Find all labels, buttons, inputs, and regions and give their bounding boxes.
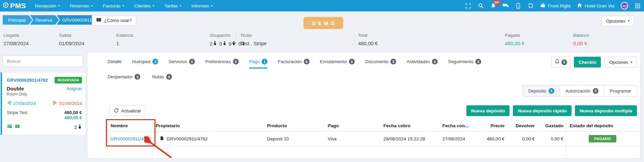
separator <box>354 32 354 46</box>
deposit-spent-cell: 0,00 € <box>537 132 566 146</box>
tab-seguimiento[interactable]: Seguimiento0 <box>448 59 481 69</box>
column-header[interactable]: Pago <box>325 120 381 131</box>
reservation-code-link[interactable]: GRV00002911/4782 <box>7 78 48 83</box>
app-logo-text: PMS <box>10 2 26 10</box>
menu-reservas[interactable]: Reservas▾ <box>70 3 93 8</box>
table-row: GRV00002911/4782 GRV00002911/4782 Deposi… <box>108 132 639 146</box>
app-logo[interactable]: PMS <box>3 2 26 10</box>
column-header[interactable]: Nombre <box>108 120 153 131</box>
new-quick-deposit-button[interactable]: Nueva deposito rápido <box>513 105 572 116</box>
tab-count-badge: 0 <box>135 74 140 80</box>
tab-pago[interactable]: Pago1 <box>249 59 268 69</box>
hotel-selector[interactable]: Hotel Gran Via <box>577 3 614 9</box>
chevron-down-icon: ▾ <box>91 4 93 7</box>
tab-despertador[interactable]: Despertador0 <box>108 74 140 84</box>
credit-card-icon <box>7 124 12 130</box>
assign-room-link[interactable]: Asignar <box>66 86 82 91</box>
reservation-options-button[interactable]: Opciones▾ <box>602 16 634 26</box>
tab-enrutamiento[interactable]: Enrutamiento0 <box>320 59 355 69</box>
junior-icon <box>223 41 227 47</box>
chevron-down-icon: ▾ <box>631 61 632 64</box>
checkout-arrow-icon <box>53 101 57 106</box>
tab-count-badge: 0 <box>166 74 172 80</box>
tab-count-badge: 0 <box>304 59 310 64</box>
notifications-bell-icon[interactable]: 99+ <box>490 3 496 9</box>
chevron-down-icon: ▾ <box>122 4 124 7</box>
notifications-count-badge: 99+ <box>493 0 501 4</box>
apps-grid-icon[interactable] <box>635 3 641 9</box>
reservation-card[interactable]: GRV00002911/4782 RESERVADA Double Asigna… <box>1 72 86 135</box>
new-multiple-deposit-button[interactable]: Nueva deposito multiple <box>575 105 637 116</box>
breadcrumb-reserva[interactable]: Reserva <box>30 15 59 25</box>
how-to-use-button[interactable]: ¿Cómo usar? <box>92 15 136 25</box>
tab-huesped[interactable]: Huésped2 <box>132 59 158 69</box>
summary-estancia: Estancia 1 <box>116 33 133 46</box>
tab-documento[interactable]: Documento0 <box>365 59 396 69</box>
column-header[interactable]: Precio <box>478 120 507 131</box>
tab-count-badge: 0 <box>390 59 396 64</box>
summary-salida: Salida 01/09/2024 <box>59 33 84 46</box>
alerts-count-badge: 0 <box>561 59 567 65</box>
tab-detalle[interactable]: Detalle <box>108 59 122 68</box>
menu-recepcion[interactable]: Recepción▾ <box>35 3 60 8</box>
tab-count-badge: 1 <box>262 59 267 64</box>
column-header[interactable]: Propietario <box>153 120 264 131</box>
cash-icon <box>14 124 20 130</box>
deposit-actions: Nueva depósito Nueva deposito rápido Nue… <box>466 105 637 116</box>
chevron-down-icon: ▾ <box>153 4 154 7</box>
subtab-programar[interactable]: Programar <box>604 85 637 97</box>
top-navbar: PMS Recepción▾ Reservas▾ Facturas▾ Clien… <box>0 0 644 11</box>
pms-app: PMS Recepción▾ Reservas▾ Facturas▾ Clien… <box>0 0 644 162</box>
column-header[interactable]: Producto <box>264 120 325 131</box>
user-avatar[interactable]: AD <box>621 2 628 9</box>
tab-count-badge: 0 <box>349 59 355 64</box>
card-paid: 480,00 € <box>64 115 82 120</box>
refresh-button[interactable]: Actualizar <box>109 105 146 116</box>
home-icon <box>577 3 582 9</box>
panel-actions: 0 Checkin Opciones▾ <box>551 57 637 68</box>
new-deposit-button[interactable]: Nueva depósito <box>466 105 510 116</box>
chat-icon[interactable] <box>503 3 509 9</box>
menu-clientes[interactable]: Clientes▾ <box>134 3 154 8</box>
menu-tarifas[interactable]: Tarifas▾ <box>164 3 181 8</box>
column-header[interactable]: Fecha cobro <box>381 120 440 131</box>
adult-icon <box>213 40 217 47</box>
search-input[interactable] <box>3 55 83 67</box>
menu-facturas[interactable]: Facturas▾ <box>103 3 124 8</box>
column-header[interactable]: Estado del depósito <box>566 120 639 131</box>
fullscreen-icon[interactable] <box>465 3 471 9</box>
workstation-selector[interactable]: Front Right <box>540 3 570 9</box>
search-icon[interactable] <box>478 3 484 9</box>
breadcrumb: Principal Reserva GRV00002911 <box>3 15 98 25</box>
mobile-device-icon[interactable] <box>515 3 521 9</box>
table-empty-row <box>108 146 639 159</box>
history-icon[interactable] <box>528 3 534 9</box>
options-button[interactable]: Opciones▾ <box>604 57 637 68</box>
main-menu: Recepción▾ Reservas▾ Facturas▾ Clientes▾… <box>35 3 213 8</box>
deposit-name-link[interactable]: GRV00002911/4782 <box>110 136 151 141</box>
subtab-autorizacion[interactable]: Autorización0 <box>560 85 604 97</box>
breadcrumb-principal[interactable]: Principal <box>3 15 32 25</box>
workstation-icon <box>540 3 546 9</box>
checkin-button[interactable]: Checkin <box>574 57 601 68</box>
menu-informes[interactable]: Informes▾ <box>192 3 213 8</box>
tab-facturacion[interactable]: Facturación0 <box>278 59 310 69</box>
card-departure: 01/09/2024 <box>53 101 82 106</box>
tab-actividades[interactable]: Actividades0 <box>407 59 438 69</box>
subtab-deposito[interactable]: Depósito1 <box>523 85 560 97</box>
column-header[interactable]: Fecha con... <box>440 120 478 131</box>
book-icon <box>96 18 101 23</box>
column-header[interactable]: Gastado <box>537 120 566 131</box>
tab-servicios[interactable]: Servicios0 <box>169 59 195 69</box>
payment-subtabs: Depósito1 Autorización0 Programar <box>523 85 637 97</box>
deposit-price-cell: 480,00 € <box>478 132 507 146</box>
card-arrival: 27/08/2024 <box>7 101 36 106</box>
summary-total: Total 480,00 € <box>358 33 378 46</box>
tab-count-badge: 0 <box>189 59 195 64</box>
column-header[interactable]: Devolver <box>507 120 537 131</box>
summary-balance: Balance 0,00 € <box>573 33 589 46</box>
chevron-down-icon: ▾ <box>58 4 60 7</box>
alerts-button[interactable]: 0 <box>551 57 570 68</box>
tab-preferencias[interactable]: Preferencias0 <box>205 59 239 69</box>
tab-notas[interactable]: Notas0 <box>152 74 172 84</box>
